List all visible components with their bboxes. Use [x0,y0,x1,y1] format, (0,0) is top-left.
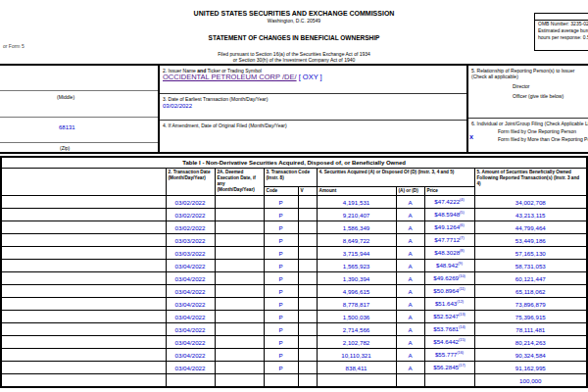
cell-v [298,362,317,374]
table1-non-derivative: Table I - Non-Derivative Securities Acqu… [0,156,588,388]
cell-amount: 8,649,722 [317,234,396,247]
cell-price: $53.7681(14) [424,323,474,336]
header-securities-acquired: 4. Securities Acquired (A) or Disposed O… [317,169,474,187]
cell-a-or-d: A [396,362,424,374]
cell-code: P [264,221,298,234]
cell-deemed-date [215,260,264,272]
price-value: $48.3028 [434,250,460,257]
price-footnote-ref: (9) [458,262,463,266]
cell-code: P [264,362,298,374]
price-footnote-ref: (12) [457,300,464,304]
cell-transaction-date: 03/04/2022 [166,362,215,374]
cell-code: P [264,196,298,209]
amendment-label: 4. If Amendment, Date of Original Filed … [163,122,287,128]
agency-address: Washington, D.C. 20549 [127,18,461,24]
table-row: 03/04/2022 P 2,714,566 A $53.7681(14) 78… [1,323,587,336]
cell-amount: 4,191,531 [317,196,396,209]
cell-a-or-d: A [396,221,424,234]
cell-code: P [264,349,298,362]
cell-deemed-date [215,247,264,260]
earliest-transaction-label: 3. Date of Earliest Transaction (Month/D… [163,96,268,102]
ticker-symbol[interactable]: [ OXY ] [299,73,322,81]
price-value: $52.5247 [433,314,459,320]
price-footnote-ref: (14) [459,325,466,329]
divider-right-column [466,66,468,152]
price-footnote-ref: (6) [460,223,465,227]
issuer-line: OCCIDENTAL PETROLEUM CORP /DE/ [ OXY ] [163,73,322,81]
cell-a-or-d: A [396,272,424,285]
subheader-a-or-d: (A) or (D) [396,187,424,196]
cell-deemed-date [215,362,264,374]
subheader-price: Price [424,187,474,196]
filing-type-option-more[interactable]: Form filed by More than One Reporting Pe… [498,136,588,142]
cell-v [298,336,317,349]
cell-total-owned: 75,396,915 [474,311,587,323]
price-footnote-ref: (7) [460,236,465,240]
omb-number-line: OMB Number: 3235-0287 [535,21,588,27]
price-value: $47.7712 [434,237,460,244]
street-row-divider [0,117,158,118]
sec-form4-page: { "header": { "form_fragment": "or Form … [0,0,588,392]
cell-v [298,260,317,272]
divider-left-column [158,66,160,152]
filing-type-option-one[interactable]: Form filed by One Reporting Person [498,128,576,134]
issuer-name-link[interactable]: OCCIDENTAL PETROLEUM CORP /DE/ [163,73,297,81]
cell-transaction-date: 03/04/2022 [166,336,215,349]
cell-transaction-date: 03/04/2022 [166,349,215,362]
cell-deemed-date [215,374,264,388]
cell-price: $47.7712(7) [424,234,474,247]
cell-amount: 2,714,566 [317,323,396,336]
cell-transaction-date: 03/04/2022 [166,285,215,298]
table-row: 03/02/2022 P 9,210,407 A $48.5948(5) 43,… [1,209,587,221]
cell-transaction-date [166,374,215,388]
cell-total-owned: 58,731,053 [474,260,587,272]
cell-code [264,374,298,388]
cell-code: P [264,247,298,260]
cell-price: $49.6269(10) [424,272,474,285]
cell-transaction-date: 03/04/2022 [166,311,215,323]
agency-title: UNITED STATES SECURITIES AND EXCHANGE CO… [127,10,461,17]
cell-total-owned: 53,449,186 [474,234,587,247]
cell-v [298,298,317,311]
cell-transaction-date: 03/02/2022 [166,209,215,221]
price-value: $53.7681 [433,326,459,333]
filing-type-checkmark[interactable]: X [469,134,473,140]
cell-title-of-security [1,336,166,349]
price-footnote-ref: (15) [459,338,466,342]
header-title-of-security [1,169,166,196]
relationship-option-director[interactable]: Director [513,83,530,89]
relationship-option-officer[interactable]: Officer (give title below) [513,93,564,99]
price-footnote-ref: (17) [459,364,466,368]
price-footnote-ref: (8) [460,249,465,253]
cell-amount: 8,778,817 [317,298,396,311]
cell-price: $48.5948(5) [424,209,474,221]
cell-v [298,374,317,388]
cell-total-owned: 80,214,263 [474,336,587,349]
cell-deemed-date [215,323,264,336]
header-deemed-date: 2A. Deemed Execution Date, if any (Month… [215,169,264,196]
price-value: $54.6442 [433,339,459,346]
table-row: 03/04/2022 P 1,390,394 A $49.6269(10) 60… [1,272,587,285]
cell-title-of-security [1,285,166,298]
cell-total-owned: 78,111,481 [474,323,587,336]
cell-v [298,221,317,234]
cell-code: P [264,311,298,323]
cell-v [298,272,317,285]
table1-header-row: 2. Transaction Date (Month/Day/Year) 2A.… [1,169,587,187]
cell-total-owned: 34,002,708 [474,196,587,209]
cell-a-or-d: A [396,209,424,221]
zip-value: 68131 [59,124,75,130]
cell-code: P [264,260,298,272]
price-footnote-ref: (11) [459,287,465,291]
cell-amount: 1,500,036 [317,311,396,323]
cell-transaction-date: 03/02/2022 [166,196,215,209]
table-row: 03/04/2022 P 1,500,036 A $52.5247(13) 75… [1,311,587,323]
subheader-code: Code [264,187,298,196]
cell-amount: 838,411 [317,362,396,374]
cell-deemed-date [215,336,264,349]
table-row: 03/03/2022 P 8,649,722 A $47.7712(7) 53,… [1,234,587,247]
middle-label: (Middle) [57,94,74,100]
cell-a-or-d: A [396,336,424,349]
cell-total-owned: 91,162,995 [474,362,587,374]
city-row-divider [0,142,158,143]
